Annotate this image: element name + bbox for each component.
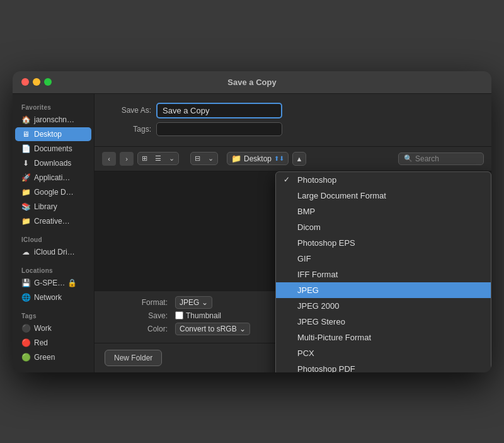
- dropdown-item-label: Photoshop EPS: [297, 238, 355, 248]
- dropdown-item-label: JPEG Stereo: [297, 317, 345, 326]
- top-form: Save As: Tags:: [94, 94, 491, 147]
- tags-input[interactable]: [156, 122, 282, 136]
- network-icon: 🌐: [21, 293, 30, 302]
- format-value: JPEG: [180, 298, 199, 307]
- sidebar-item-tag-red[interactable]: 🔴 Red: [15, 336, 91, 350]
- sidebar-item-documents[interactable]: 📄 Documents: [15, 142, 91, 156]
- tags-section-label: Tags: [13, 310, 94, 321]
- column-view-group: ⊟ ⌄: [190, 152, 218, 165]
- search-box: 🔍: [398, 152, 484, 165]
- documents-icon: 📄: [21, 144, 30, 153]
- format-dropdown: ✓PhotoshopLarge Document FormatBMPDicomP…: [275, 171, 491, 372]
- search-input[interactable]: [415, 154, 478, 163]
- search-icon: 🔍: [404, 154, 413, 163]
- sidebar-item-google-drive[interactable]: 📁 Google D…: [15, 185, 91, 199]
- save-options-label: Save:: [105, 311, 168, 320]
- google-drive-icon: 📁: [21, 188, 30, 197]
- format-dropdown-btn[interactable]: JPEG ⌄: [175, 296, 212, 309]
- sidebar-item-icloud-drive[interactable]: ☁ iCloud Dri…: [15, 245, 91, 259]
- favorites-label: Favorites: [13, 101, 94, 112]
- sidebar-item-home[interactable]: 🏠 jaronschn…: [15, 113, 91, 127]
- list-view-button[interactable]: ☰: [151, 152, 165, 164]
- tags-row: Tags:: [107, 122, 479, 136]
- save-dialog: Save a Copy Favorites 🏠 jaronschn… 🖥 Des…: [13, 71, 491, 372]
- sidebar-item-label: Work: [34, 324, 52, 333]
- sidebar-item-label: Downloads: [34, 159, 71, 168]
- sidebar-item-label: Network: [34, 293, 62, 302]
- dropdown-item-large-doc[interactable]: Large Document Format: [276, 188, 491, 204]
- back-button[interactable]: ‹: [102, 152, 116, 166]
- column-view-button[interactable]: ⊟: [191, 152, 204, 164]
- sidebar-item-label: Desktop: [34, 130, 62, 139]
- dropdown-item-label: Large Document Format: [297, 191, 386, 200]
- dropdown-item-jpeg2000[interactable]: JPEG 2000: [276, 298, 491, 314]
- dropdown-item-dicom[interactable]: Dicom: [276, 219, 491, 235]
- icc-dropdown[interactable]: Convert to sRGB ⌄: [175, 323, 250, 335]
- sidebar-item-g-spec[interactable]: 💾 G-SPE… 🔒: [15, 276, 91, 290]
- sidebar-item-creative[interactable]: 📁 Creative…: [15, 214, 91, 228]
- sidebar-item-applications[interactable]: 🚀 Applicati…: [15, 171, 91, 185]
- maximize-button[interactable]: [44, 78, 52, 86]
- dropdown-item-label: Dicom: [297, 222, 321, 232]
- title-bar: Save a Copy: [13, 71, 491, 94]
- dropdown-item-label: Photoshop PDF: [297, 364, 355, 372]
- view-toggle-group: ⊞ ☰ ⌄: [137, 152, 179, 165]
- minimize-button[interactable]: [33, 78, 40, 86]
- sidebar-item-label: Documents: [34, 144, 72, 153]
- location-picker[interactable]: 📁 Desktop ⬆⬇: [227, 152, 289, 165]
- close-button[interactable]: [21, 78, 29, 86]
- icc-value: Convert to sRGB: [180, 325, 237, 333]
- sidebar-item-label: Red: [34, 338, 48, 347]
- sidebar-item-library[interactable]: 📚 Library: [15, 200, 91, 214]
- dropdown-item-label: Photoshop: [297, 175, 336, 185]
- dropdown-item-photoshop-eps[interactable]: Photoshop EPS: [276, 235, 491, 251]
- icon-view-button[interactable]: ⊞: [138, 152, 151, 164]
- new-folder-button[interactable]: New Folder: [105, 350, 162, 366]
- forward-button[interactable]: ›: [120, 152, 134, 166]
- dropdown-item-jpeg[interactable]: JPEG: [276, 282, 491, 298]
- column-view-chevron[interactable]: ⌄: [204, 152, 217, 164]
- location-dropdown-icon: ⬆⬇: [274, 155, 284, 162]
- location-folder-icon: 📁: [231, 154, 241, 163]
- icloud-label: iCloud: [13, 234, 94, 245]
- view-chevron-button[interactable]: ⌄: [165, 152, 178, 164]
- dropdown-item-label: Multi-Picture Format: [297, 333, 371, 342]
- save-as-row: Save As:: [107, 103, 479, 118]
- file-area: ✓PhotoshopLarge Document FormatBMPDicomP…: [94, 171, 491, 291]
- dropdown-item-gif[interactable]: GIF: [276, 251, 491, 267]
- sidebar-item-label: Google D…: [34, 188, 74, 197]
- dropdown-item-pcx[interactable]: PCX: [276, 345, 491, 361]
- sidebar-item-label: Green: [34, 353, 55, 362]
- expand-button[interactable]: ▲: [292, 152, 306, 166]
- sidebar-item-downloads[interactable]: ⬇ Downloads: [15, 156, 91, 170]
- dropdown-item-jpeg-stereo[interactable]: JPEG Stereo: [276, 314, 491, 330]
- thumbnail-checkbox[interactable]: [175, 311, 183, 319]
- check-icon: ✓: [284, 175, 292, 184]
- tag-red-icon: 🔴: [21, 338, 30, 347]
- dropdown-item-label: JPEG: [297, 285, 319, 295]
- dropdown-item-label: GIF: [297, 254, 311, 263]
- sidebar-item-label: Creative…: [34, 217, 70, 226]
- dropdown-item-label: BMP: [297, 207, 315, 216]
- sidebar-item-tag-work[interactable]: ⚫ Work: [15, 321, 91, 335]
- dropdown-item-photoshop-pdf[interactable]: Photoshop PDF: [276, 361, 491, 372]
- downloads-icon: ⬇: [21, 159, 30, 168]
- dropdown-item-multi-picture[interactable]: Multi-Picture Format: [276, 330, 491, 345]
- sidebar-item-desktop[interactable]: 🖥 Desktop: [15, 127, 91, 141]
- home-icon: 🏠: [21, 115, 30, 124]
- dropdown-item-photoshop[interactable]: ✓Photoshop: [276, 172, 491, 188]
- save-as-input[interactable]: [156, 103, 282, 118]
- sidebar-item-network[interactable]: 🌐 Network: [15, 291, 91, 304]
- sidebar-item-label: iCloud Dri…: [34, 248, 75, 256]
- dropdown-item-label: JPEG 2000: [297, 301, 340, 311]
- dropdown-list: ✓PhotoshopLarge Document FormatBMPDicomP…: [276, 172, 491, 372]
- sidebar: Favorites 🏠 jaronschn… 🖥 Desktop 📄 Docum…: [13, 94, 94, 372]
- format-chevron-icon: ⌄: [202, 298, 208, 307]
- thumbnail-label: Thumbnail: [186, 311, 221, 320]
- sidebar-item-tag-green[interactable]: 🟢 Green: [15, 350, 91, 364]
- dropdown-item-bmp[interactable]: BMP: [276, 204, 491, 219]
- dropdown-item-iff[interactable]: IFF Format: [276, 267, 491, 282]
- dialog-title: Save a Copy: [227, 78, 276, 87]
- thumbnail-checkbox-label[interactable]: Thumbnail: [175, 311, 221, 320]
- applications-icon: 🚀: [21, 173, 30, 182]
